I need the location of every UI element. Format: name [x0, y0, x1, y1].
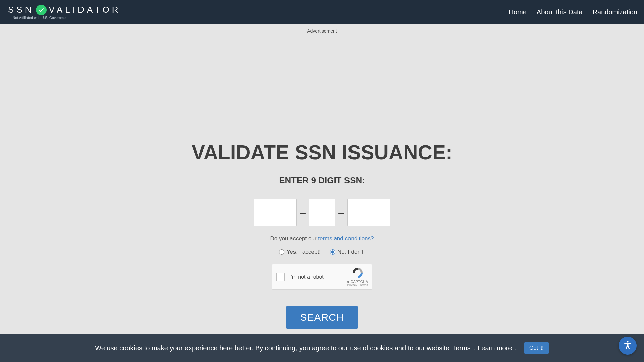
ssn-dash-2: – — [338, 205, 345, 220]
accessibility-icon — [623, 340, 633, 351]
checkmark-icon — [36, 5, 47, 15]
recaptcha-widget[interactable]: I'm not a robot reCAPTCHA Privacy - Term… — [272, 264, 372, 290]
search-button[interactable]: SEARCH — [286, 306, 357, 329]
logo-text-ssn: SSN — [8, 5, 34, 15]
terms-prefix: Do you accept our — [270, 235, 318, 242]
cookie-learn-more-link[interactable]: Learn more — [478, 344, 512, 352]
terms-question-row: Do you accept our terms and conditions? — [0, 235, 644, 242]
nav-randomization[interactable]: Randomization — [593, 8, 637, 16]
svg-point-0 — [627, 341, 629, 343]
radio-yes-text: Yes, I accept! — [286, 249, 320, 255]
logo-subtitle: Not Affiliated with U.S. Government — [13, 16, 121, 20]
main-content: VALIDATE SSN ISSUANCE: ENTER 9 DIGIT SSN… — [0, 34, 644, 329]
nav-home[interactable]: Home — [508, 8, 526, 16]
site-header: SSN VALIDATOR Not Affiliated with U.S. G… — [0, 0, 644, 24]
terms-radio-group: Yes, I accept! No, I don't. — [0, 249, 644, 255]
ssn-part-1-input[interactable] — [254, 199, 297, 226]
logo-text-validator: VALIDATOR — [49, 5, 121, 15]
recaptcha-icon — [352, 274, 364, 280]
cookie-text: We use cookies to make your experience h… — [95, 344, 449, 352]
logo-row: SSN VALIDATOR — [8, 5, 121, 15]
ssn-input-row: – – — [0, 199, 644, 226]
cookie-got-it-button[interactable]: Got it! — [524, 342, 549, 354]
recaptcha-checkbox[interactable] — [276, 273, 285, 281]
accessibility-button[interactable] — [619, 337, 637, 355]
cookie-sep-1: . — [473, 344, 475, 352]
cookie-terms-link[interactable]: Terms — [452, 344, 470, 352]
radio-no-label[interactable]: No, I don't. — [330, 249, 365, 255]
ssn-part-2-input[interactable] — [309, 199, 335, 226]
recaptcha-badge: reCAPTCHA Privacy - Terms — [347, 267, 368, 287]
enter-ssn-subtitle: ENTER 9 DIGIT SSN: — [0, 175, 644, 186]
recaptcha-label: I'm not a robot — [289, 274, 324, 280]
radio-no-input[interactable] — [330, 249, 335, 255]
advertisement-label: Advertisement — [0, 24, 644, 34]
cookie-sep-2: . — [515, 344, 517, 352]
ssn-part-3-input[interactable] — [347, 199, 390, 226]
cookie-consent-bar: We use cookies to make your experience h… — [0, 334, 644, 362]
ssn-dash-1: – — [299, 205, 306, 220]
radio-yes-input[interactable] — [279, 249, 284, 255]
radio-no-text: No, I don't. — [337, 249, 365, 255]
radio-yes-label[interactable]: Yes, I accept! — [279, 249, 320, 255]
nav-about-this-data[interactable]: About this Data — [537, 8, 583, 16]
top-nav: Home About this Data Randomization — [508, 8, 637, 16]
page-title: VALIDATE SSN ISSUANCE: — [0, 141, 644, 164]
recaptcha-privacy-terms[interactable]: Privacy - Terms — [347, 284, 368, 287]
logo-block[interactable]: SSN VALIDATOR Not Affiliated with U.S. G… — [8, 5, 121, 20]
terms-and-conditions-link[interactable]: terms and conditions? — [318, 235, 374, 242]
